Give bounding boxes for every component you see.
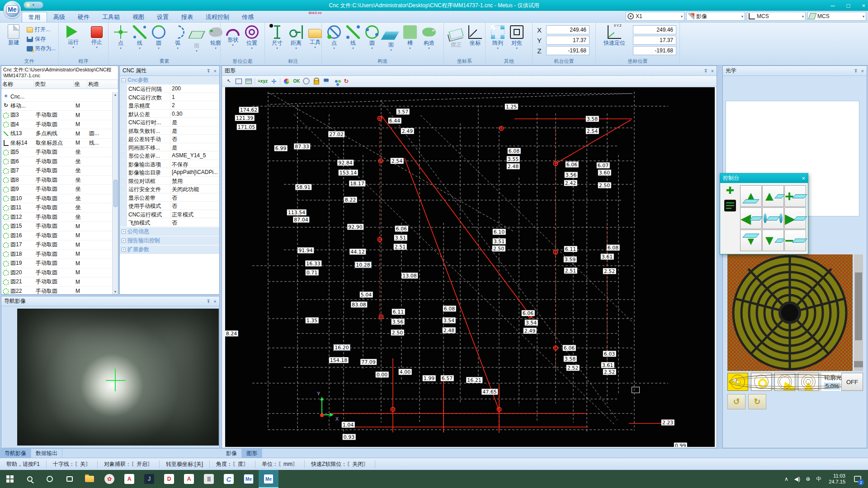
- circle-feature-marker[interactable]: [497, 407, 502, 412]
- dimension-label[interactable]: 13.08: [401, 273, 418, 279]
- property-row[interactable]: CNC运行时... 是: [120, 118, 219, 127]
- dimension-label[interactable]: 2.52: [566, 365, 580, 371]
- dimension-label[interactable]: 3.61: [601, 362, 614, 368]
- taskbar-app-button[interactable]: ≣: [199, 470, 219, 488]
- property-row[interactable]: 使用手动模式 否: [120, 202, 219, 210]
- ring-light-wheel[interactable]: [727, 254, 853, 371]
- dimension-label[interactable]: 0.71: [306, 270, 319, 276]
- taskbar-app-button[interactable]: [80, 470, 99, 488]
- collapsed-section[interactable]: +扩展参数: [120, 245, 219, 254]
- jog-button[interactable]: ◀: [740, 207, 762, 229]
- dimension-label[interactable]: 2.51: [394, 244, 407, 250]
- ribbon-tab[interactable]: 工具箱: [96, 12, 126, 22]
- dimension-label[interactable]: 58.91: [295, 184, 311, 190]
- jog-button[interactable]: ▶: [784, 207, 806, 229]
- save-button[interactable]: 保存: [27, 35, 56, 43]
- dimension-label[interactable]: 174.62: [239, 107, 259, 113]
- dock-tab[interactable]: 导航影像: [0, 449, 31, 458]
- dimension-label[interactable]: 3.58: [586, 116, 599, 122]
- dimension-label[interactable]: 3.51: [493, 239, 506, 244]
- taskbar-app-button[interactable]: J: [139, 470, 159, 488]
- dimension-label[interactable]: 6.08: [607, 245, 620, 251]
- dimension-label[interactable]: 154.18: [329, 357, 349, 363]
- dimension-label[interactable]: 6.03: [603, 351, 616, 357]
- dimension-label[interactable]: 3.51: [394, 235, 407, 241]
- ribbon-button[interactable]: 形状 ▾: [223, 24, 242, 47]
- dimension-label[interactable]: 6.11: [392, 309, 405, 315]
- circle-feature-marker[interactable]: [553, 250, 558, 255]
- quick-position-button[interactable]: XYZ 快速定位: [599, 24, 630, 46]
- dimension-label[interactable]: 2.48: [443, 328, 456, 333]
- status-item[interactable]: 快速Z软限位：〖关闭〗: [305, 460, 375, 468]
- close-icon[interactable]: ×: [711, 68, 714, 74]
- redo-button[interactable]: ↻: [748, 394, 766, 409]
- dimension-label[interactable]: 3.60: [598, 170, 611, 176]
- dimension-label[interactable]: 18.17: [349, 181, 365, 187]
- dimension-label[interactable]: 91.94: [297, 248, 314, 253]
- graphics-tool-icon[interactable]: ✛: [270, 77, 278, 85]
- cad-canvas[interactable]: 174.62121.39171.0527.026.9987.333.576.44…: [225, 87, 715, 447]
- dimension-label[interactable]: 6.06: [563, 345, 576, 351]
- tree-row[interactable]: 圆17 手动取圆 M: [1, 240, 112, 250]
- dimension-label[interactable]: 2.50: [391, 330, 404, 336]
- graphics-tool-icon[interactable]: [235, 77, 243, 85]
- dimension-label[interactable]: 113.54: [287, 210, 307, 216]
- ribbon-button[interactable]: 对焦 ▾: [507, 24, 526, 50]
- property-row[interactable]: 显示精度 2: [120, 101, 219, 110]
- property-row[interactable]: 影像输出选项 不保存: [120, 160, 219, 169]
- taskbar-app-button[interactable]: D: [159, 470, 179, 488]
- status-item[interactable]: 角度：〖度〗: [210, 460, 255, 468]
- ribbon-button[interactable]: 阵列 ▾: [488, 24, 507, 50]
- dropdown-select[interactable]: MCS ▾: [807, 12, 866, 21]
- status-item[interactable]: 对象捕获：〖开启〗: [98, 460, 160, 468]
- dimension-label[interactable]: 2.50: [492, 246, 505, 252]
- jog-button[interactable]: −: [784, 230, 806, 251]
- circle-feature-marker[interactable]: [553, 161, 558, 166]
- expand-icon[interactable]: +: [122, 230, 126, 234]
- jog-mode-icon[interactable]: ✚: [726, 186, 734, 195]
- property-row[interactable]: 限位对话框 禁用: [120, 177, 219, 185]
- property-row[interactable]: 同画面不移... 是: [120, 143, 219, 152]
- ribbon-button[interactable]: 位置 ▾: [242, 24, 261, 50]
- dock-tab[interactable]: 数据输出: [31, 449, 62, 458]
- ribbon-tab[interactable]: 报表: [175, 12, 199, 22]
- property-row[interactable]: 飞拍模式 否: [120, 218, 219, 227]
- tree-row[interactable]: 圆12 手动取圆 坐: [1, 213, 112, 222]
- tray-icon[interactable]: ⊕: [802, 470, 813, 488]
- dimension-label[interactable]: 6.07: [597, 163, 610, 169]
- dimension-label[interactable]: 2.52: [603, 268, 616, 274]
- open-button[interactable]: 打开...: [27, 26, 56, 33]
- dimension-label[interactable]: 2.42: [564, 180, 577, 186]
- dimension-label[interactable]: 3.61: [601, 254, 614, 260]
- status-item[interactable]: 单位：〖mm〗: [255, 460, 305, 468]
- pin-icon[interactable]: Ŧ: [207, 68, 210, 74]
- jog-button[interactable]: [762, 207, 784, 229]
- ribbon-button[interactable]: 点 ▾: [325, 24, 344, 50]
- graphics-tool-icon[interactable]: [312, 77, 321, 85]
- dimension-label[interactable]: 8.24: [225, 331, 238, 337]
- dimension-label[interactable]: 3.58: [564, 356, 577, 362]
- graphics-tool-icon[interactable]: [245, 77, 253, 85]
- wheel-scrollbar[interactable]: [854, 254, 863, 371]
- ribbon-button[interactable]: 面 ▾: [187, 24, 206, 53]
- pin-icon[interactable]: Ŧ: [854, 68, 858, 74]
- tree-row[interactable]: 圆20 手动取圆 M: [1, 268, 112, 278]
- ribbon-button[interactable]: 点 ▾: [111, 24, 130, 50]
- tree-row[interactable]: 圆11 手动取圆 坐: [1, 203, 112, 213]
- tree-row[interactable]: 移动... M: [1, 102, 112, 111]
- dimension-label[interactable]: 2.52: [603, 369, 616, 375]
- ribbon-button[interactable]: 槽 ▾: [401, 24, 420, 50]
- xyz-readout-icon[interactable]: [724, 200, 736, 211]
- taskbar-app-button[interactable]: [60, 470, 80, 488]
- dimension-label[interactable]: 27.02: [328, 131, 344, 137]
- dimension-label[interactable]: 16.33: [305, 261, 321, 267]
- tray-icon[interactable]: ◀): [792, 470, 802, 488]
- tree-row[interactable]: 圆15 手动取圆 M: [1, 222, 112, 231]
- dimension-label[interactable]: 0.93: [343, 434, 356, 440]
- undo-button[interactable]: ↺: [727, 394, 745, 409]
- dimension-label[interactable]: 6.08: [443, 306, 456, 312]
- ribbon-button[interactable]: 尺寸 ▾: [268, 24, 287, 50]
- col-construct[interactable]: 构造: [87, 80, 118, 89]
- taskbar-app-button[interactable]: A: [179, 470, 199, 488]
- property-row[interactable]: CNC运行次数 1: [120, 93, 219, 102]
